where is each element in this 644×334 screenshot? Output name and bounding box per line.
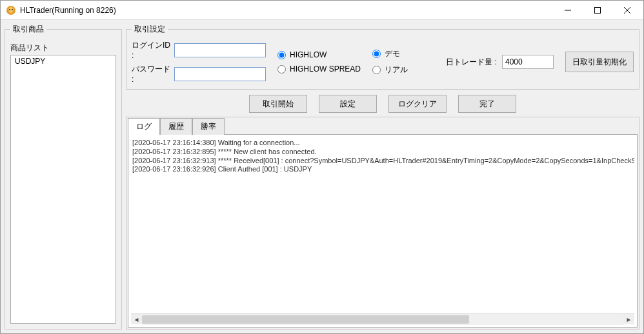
svg-rect-4 <box>595 7 601 13</box>
horizontal-scrollbar[interactable]: ◄ ► <box>131 313 634 324</box>
maximize-button[interactable] <box>583 1 612 20</box>
tab-strip: ログ 履歴 勝率 <box>126 118 639 135</box>
radio-highlow-label: HIGHLOW <box>290 50 327 59</box>
product-list-label: 商品リスト <box>10 43 116 54</box>
products-panel-title: 取引商品 <box>10 24 46 35</box>
trade-amount-label: 日トレード量 : <box>446 57 497 68</box>
list-item[interactable]: USDJPY <box>11 55 116 67</box>
window-buttons <box>553 1 642 20</box>
product-list[interactable]: USDJPY <box>10 55 116 324</box>
scroll-left-icon[interactable]: ◄ <box>131 314 142 325</box>
settings-panel: 取引設定 ログインID : パスワード : <box>126 24 639 90</box>
minimize-button[interactable] <box>553 1 583 20</box>
svg-point-2 <box>12 9 13 10</box>
finish-button[interactable]: 完了 <box>458 95 516 113</box>
login-label: ログインID : <box>132 40 170 60</box>
app-icon <box>6 5 16 15</box>
tab-body: [2020-06-17 23:16:14:380] Waiting for a … <box>128 134 638 328</box>
tab-history[interactable]: 履歴 <box>160 118 192 135</box>
radio-highlow-spread-label: HIGHLOW SPREAD <box>290 64 361 74</box>
log-textarea[interactable]: [2020-06-17 23:16:14:380] Waiting for a … <box>131 137 634 313</box>
settings-panel-title: 取引設定 <box>132 24 168 35</box>
password-label: パスワード : <box>132 64 170 84</box>
trade-amount-input[interactable] <box>502 55 554 69</box>
radio-real-label: リアル <box>385 64 408 75</box>
reset-daily-button[interactable]: 日取引量初期化 <box>565 52 634 72</box>
tabs-container: ログ 履歴 勝率 [2020-06-17 23:16:14:380] Waiti… <box>126 117 639 329</box>
start-button[interactable]: 取引開始 <box>249 95 307 113</box>
radio-demo[interactable] <box>372 50 381 58</box>
radio-highlow-spread[interactable] <box>277 65 286 74</box>
radio-highlow[interactable] <box>277 51 286 59</box>
radio-real[interactable] <box>372 66 381 74</box>
scroll-right-icon[interactable]: ► <box>623 314 634 325</box>
tab-winrate[interactable]: 勝率 <box>192 118 225 135</box>
app-window: HLTrader(Running on 8226) 取引商品 商品リスト USD… <box>0 0 644 334</box>
clear-log-button[interactable]: ログクリア <box>388 95 447 113</box>
scroll-thumb[interactable] <box>142 315 469 324</box>
login-input[interactable] <box>174 43 266 57</box>
window-title: HLTrader(Running on 8226) <box>20 6 553 15</box>
tab-log[interactable]: ログ <box>128 118 160 135</box>
password-input[interactable] <box>174 67 266 81</box>
right-column: 取引設定 ログインID : パスワード : <box>126 24 639 329</box>
svg-point-1 <box>9 9 10 10</box>
scroll-track[interactable] <box>142 314 623 325</box>
trade-mode-radios: デモ リアル <box>372 48 408 75</box>
content-area: 取引商品 商品リスト USDJPY 取引設定 ログインID : パスワード : <box>1 20 643 333</box>
action-buttons: 取引開始 設定 ログクリア 完了 <box>126 93 639 113</box>
settings-button[interactable]: 設定 <box>319 95 377 113</box>
close-button[interactable] <box>612 1 642 20</box>
products-panel: 取引商品 商品リスト USDJPY <box>5 24 122 329</box>
trade-type-radios: HIGHLOW HIGHLOW SPREAD <box>277 50 361 74</box>
radio-demo-label: デモ <box>385 48 400 59</box>
titlebar: HLTrader(Running on 8226) <box>1 1 643 20</box>
